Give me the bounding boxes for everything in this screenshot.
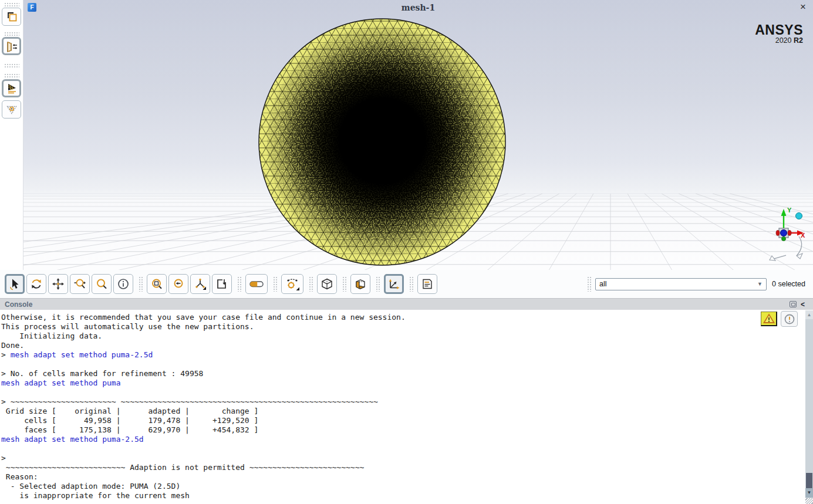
- mesh-circle[interactable]: [259, 19, 505, 265]
- view-triad[interactable]: Y X: [748, 202, 807, 268]
- axes-view-button[interactable]: [384, 274, 404, 294]
- console-line: This process will automatically use the …: [1, 322, 805, 332]
- solid-view-icon: [354, 278, 367, 290]
- page-copy-icon: [5, 11, 18, 23]
- zoom-in-out-button[interactable]: [70, 274, 90, 294]
- console-line: faces [ 175,138 | 629,970 | +454,832 ]: [1, 425, 805, 435]
- report-icon: [421, 278, 434, 290]
- console-collapse-icon[interactable]: <: [801, 300, 805, 309]
- console-line: Grid size [ original | adapted | change …: [1, 407, 805, 416]
- info-button[interactable]: [113, 274, 133, 294]
- console-panel: Console < Otherwise, it is recommended t…: [0, 298, 813, 504]
- toolbar-grip[interactable]: [342, 276, 347, 292]
- scrollbar-thumb[interactable]: [806, 473, 812, 489]
- iso-ball[interactable]: [796, 213, 802, 219]
- toolbar-grip[interactable]: [237, 276, 242, 292]
- sidebar-button-panel-toggle[interactable]: [2, 37, 21, 55]
- console-line: [1, 388, 805, 397]
- console-line: ~~~~~~~~~~~~~~~~~~~~~~~~~~ Adaption is n…: [1, 463, 805, 472]
- scroll-down-button[interactable]: ▼: [805, 488, 813, 498]
- close-button[interactable]: ×: [798, 2, 808, 12]
- wireframe-view-icon: [321, 278, 333, 290]
- scroll-up-button[interactable]: ▲: [805, 310, 813, 319]
- console-line: Done.: [1, 341, 805, 350]
- selection-controls: all ▼ 0 selected: [583, 276, 813, 292]
- surface-filter-icon: [5, 103, 18, 116]
- pan-view-button[interactable]: [48, 274, 68, 294]
- zoom-back-icon: [172, 278, 185, 290]
- warning-messages-button[interactable]: [761, 312, 777, 326]
- report-button[interactable]: [417, 274, 437, 294]
- console-title: Console: [0, 300, 32, 309]
- sidebar-grip[interactable]: [4, 73, 19, 77]
- info-icon: [117, 278, 130, 290]
- rotate-hint-arrow: [797, 236, 802, 256]
- save-picture-button[interactable]: [212, 274, 232, 294]
- console-line: > No. of cells marked for refinement : 4…: [1, 369, 805, 378]
- brand-release: 2020 R2: [755, 36, 803, 45]
- sidebar-button-page-copy[interactable]: [2, 8, 21, 26]
- fluent-graphics-window: F mesh-1 × ANSYS 2020 R2 Y X: [0, 0, 813, 504]
- toolbar-grip[interactable]: [587, 276, 592, 292]
- solid-view-button[interactable]: [350, 274, 370, 294]
- graphics-toolbar: all ▼ 0 selected: [0, 270, 813, 298]
- sidebar-grip[interactable]: [4, 2, 19, 6]
- magnifier-button[interactable]: [92, 274, 112, 294]
- y-axis-label: Y: [787, 207, 792, 214]
- rotate-view-icon: [30, 278, 43, 290]
- chevron-down-icon: ▼: [757, 281, 763, 287]
- save-picture-icon: [215, 278, 228, 290]
- sidebar-button-surface-filter[interactable]: [2, 100, 21, 119]
- console-scrollbar[interactable]: ▲ ▼: [805, 310, 813, 503]
- toolbar-grip[interactable]: [273, 276, 278, 292]
- headlight-toggle-button[interactable]: [245, 274, 268, 294]
- pan-view-icon: [52, 278, 65, 290]
- console-line: > ~~~~~~~~~~~~~~~~~~~~~~~ ~~~~~~~~~~~~~~…: [1, 397, 805, 407]
- console-message-buttons: [761, 312, 798, 327]
- headlight-toggle-icon: [249, 278, 264, 290]
- toolbar-grip[interactable]: [139, 276, 143, 292]
- console-line: >: [1, 454, 805, 463]
- console-line: Initializing data.: [1, 332, 805, 341]
- sidebar-grip[interactable]: [4, 32, 19, 36]
- resize-grip[interactable]: [805, 498, 813, 504]
- console-line: [1, 360, 805, 369]
- console-line: Otherwise, it is recommended that you sa…: [1, 313, 805, 322]
- console-header[interactable]: Console <: [0, 298, 813, 310]
- sidebar-grip[interactable]: [4, 63, 19, 67]
- console-line: > mesh adapt set method puma-2.5d: [1, 350, 805, 360]
- z-axis-ball: [780, 229, 787, 236]
- surface-filter-value: all: [599, 280, 607, 288]
- zoom-back-button[interactable]: [168, 274, 188, 294]
- toolbar-grip[interactable]: [376, 276, 380, 292]
- toolbar-grip[interactable]: [409, 276, 414, 292]
- ansys-logo: ANSYS 2020 R2: [755, 23, 803, 45]
- toolbar-grip[interactable]: [309, 276, 313, 292]
- console-restore-icon[interactable]: [790, 301, 797, 307]
- info-messages-button[interactable]: [781, 311, 798, 327]
- sidebar-button-mesh-display[interactable]: [2, 79, 21, 97]
- mesh-display-icon: [5, 82, 18, 95]
- view-triad-icon: [194, 278, 207, 290]
- window-title: mesh-1: [23, 3, 813, 12]
- surface-filter-dropdown[interactable]: all ▼: [595, 278, 767, 290]
- graphics-viewport[interactable]: F mesh-1 × ANSYS 2020 R2 Y X: [23, 0, 813, 270]
- rotate-view-button[interactable]: [26, 274, 46, 294]
- selected-count: 0 selected: [772, 280, 811, 288]
- zoom-to-area-icon: [150, 278, 163, 290]
- console-line: mesh adapt set method puma: [1, 378, 805, 388]
- console-output[interactable]: Otherwise, it is recommended that you sa…: [0, 310, 805, 504]
- message-info-icon: [784, 313, 795, 325]
- zoom-to-area-button[interactable]: [147, 274, 167, 294]
- console-line: mesh adapt set method puma-2.5d: [1, 435, 805, 444]
- select-pointer-icon: [8, 278, 21, 290]
- zoom-in-out-icon: [73, 278, 86, 290]
- wireframe-view-button[interactable]: [317, 274, 337, 294]
- warning-icon: [763, 313, 775, 324]
- display-options-button[interactable]: [281, 274, 303, 294]
- display-options-icon: [285, 277, 300, 291]
- mesh-scene[interactable]: [23, 0, 813, 270]
- axes-view-icon: [387, 278, 400, 290]
- view-triad-button[interactable]: [190, 274, 210, 294]
- select-pointer-button[interactable]: [5, 274, 25, 294]
